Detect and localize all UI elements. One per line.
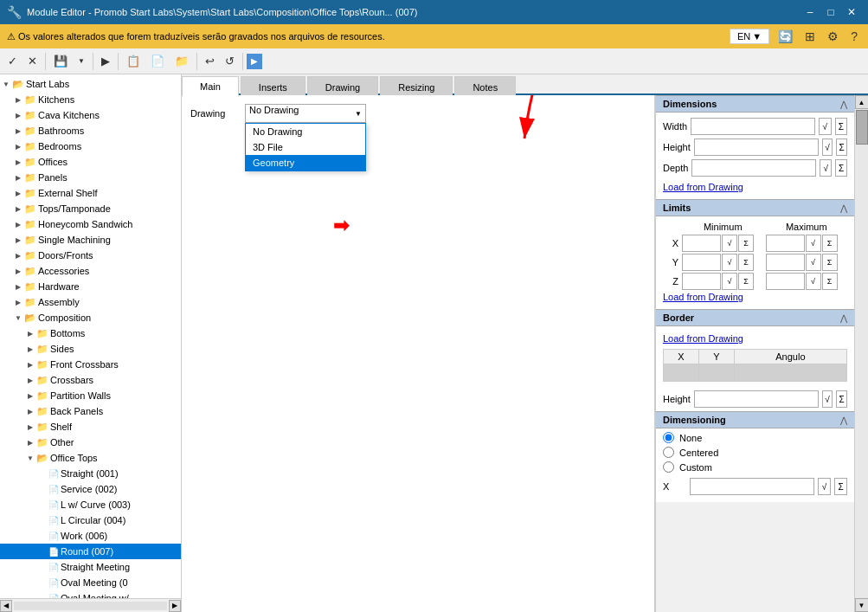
tree-toggle-external-shelf[interactable]: ▶ [12, 187, 24, 199]
dimensioning-section-header[interactable]: Dimensioning ⋀ [656, 411, 854, 428]
tree-toggle-single-machining[interactable]: ▶ [12, 234, 24, 246]
limits-x-min-input[interactable] [682, 235, 721, 252]
height-input[interactable] [694, 139, 819, 156]
limits-z-min-sqrt[interactable]: √ [722, 273, 737, 290]
dimensioning-x-sigma[interactable]: Σ [834, 478, 847, 495]
tree-item-service-002[interactable]: 📄Service (002) [0, 481, 181, 497]
toolbar-save-arrow[interactable]: ▼ [74, 51, 89, 72]
depth-input[interactable] [691, 159, 816, 177]
toolbar-paste[interactable]: 📄 [146, 51, 169, 72]
tree-item-hardware[interactable]: ▶📁Hardware [0, 279, 181, 294]
drawing-dropdown[interactable]: No Drawing 3D File Geometry [245, 123, 366, 171]
width-sqrt-btn[interactable]: √ [819, 118, 831, 135]
tree-item-work-006[interactable]: 📄Work (006) [0, 528, 181, 544]
depth-sqrt-btn[interactable]: √ [820, 159, 832, 177]
tree-item-bathrooms[interactable]: ▶📁Bathrooms [0, 123, 181, 139]
toolbar-copy[interactable]: 📋 [122, 51, 145, 72]
dimensions-section-header[interactable]: Dimensions ⋀ [656, 95, 854, 113]
tree-toggle-sides[interactable]: ▶ [24, 343, 36, 355]
close-button[interactable]: ✕ [842, 3, 861, 22]
border-height-sigma[interactable]: Σ [836, 390, 847, 408]
tree-toggle-offices[interactable]: ▶ [12, 156, 24, 168]
tree-item-cava-kitchens[interactable]: ▶📁Cava Kitchens [0, 107, 181, 123]
height-sqrt-btn[interactable]: √ [822, 139, 833, 156]
tab-inserts[interactable]: Inserts [241, 76, 305, 97]
border-height-input[interactable] [694, 390, 819, 408]
settings-button[interactable]: ⚙ [824, 28, 842, 45]
limits-z-min-sigma[interactable]: Σ [738, 273, 754, 290]
tree-item-start-labs[interactable]: ▼📂Start Labs [0, 76, 181, 92]
limits-x-max-sqrt[interactable]: √ [806, 235, 821, 252]
limits-x-min-sigma[interactable]: Σ [738, 235, 754, 252]
limits-y-max-sqrt[interactable]: √ [806, 254, 821, 271]
border-section-header[interactable]: Border ⋀ [656, 309, 854, 326]
tree-toggle-composition[interactable]: ▼ [12, 312, 24, 324]
toolbar-save[interactable]: 💾 [49, 51, 72, 72]
tree-item-office-tops[interactable]: ▼📂Office Tops [0, 450, 181, 466]
tree-item-composition[interactable]: ▼📂Composition [0, 310, 181, 325]
maximize-button[interactable]: □ [821, 3, 840, 22]
toolbar-nav[interactable]: ▶ [247, 54, 262, 69]
limits-z-min-input[interactable] [682, 273, 721, 290]
tree-toggle-hardware[interactable]: ▶ [12, 280, 24, 293]
dropdown-3d-file[interactable]: 3D File [246, 139, 365, 155]
tree-item-offices[interactable]: ▶📁Offices [0, 154, 181, 170]
depth-sigma-btn[interactable]: Σ [835, 159, 847, 177]
tree-item-round-007[interactable]: 📄Round (007) [0, 544, 181, 559]
limits-z-max-sqrt[interactable]: √ [806, 273, 821, 290]
width-sigma-btn[interactable]: Σ [835, 118, 847, 135]
toolbar-run[interactable]: ▶ [97, 51, 114, 72]
toolbar-redo[interactable]: ↺ [221, 51, 239, 72]
tree-item-partition-walls[interactable]: ▶📁Partition Walls [0, 388, 181, 403]
tree-toggle-other[interactable]: ▶ [24, 436, 36, 448]
tree-toggle-office-tops[interactable]: ▼ [24, 452, 36, 464]
tree-item-straight-meeting[interactable]: 📄Straight Meeting [0, 559, 181, 575]
limits-x-max-input[interactable] [766, 235, 805, 252]
limits-y-max-sigma[interactable]: Σ [822, 254, 838, 271]
tree-toggle-bathrooms[interactable]: ▶ [12, 125, 24, 137]
tree-item-bottoms[interactable]: ▶📁Bottoms [0, 325, 181, 341]
tab-drawing[interactable]: Drawing [307, 76, 378, 97]
tree-toggle-accessories[interactable]: ▶ [12, 265, 24, 277]
tree-container[interactable]: ▼📂Start Labs▶📁Kitchens▶📁Cava Kitchens▶📁B… [0, 74, 181, 598]
tree-item-other[interactable]: ▶📁Other [0, 435, 181, 450]
right-scrollbar[interactable]: ▲ ▼ [854, 95, 868, 612]
tree-item-oval-meeting-0[interactable]: 📄Oval Meeting (0 [0, 575, 181, 590]
tree-item-panels[interactable]: ▶📁Panels [0, 170, 181, 185]
dimensioning-x-input[interactable] [690, 478, 814, 495]
tree-toggle-cava-kitchens[interactable]: ▶ [12, 109, 24, 121]
tree-toggle-tops-tamponade[interactable]: ▶ [12, 203, 24, 215]
toolbar-cancel[interactable]: ✕ [23, 51, 42, 72]
limits-section-header[interactable]: Limits ⋀ [656, 199, 854, 216]
dropdown-no-drawing[interactable]: No Drawing [246, 124, 365, 139]
tree-item-honeycomb-sandwich[interactable]: ▶📁Honeycomb Sandwich [0, 216, 181, 232]
tab-notes[interactable]: Notes [454, 76, 516, 97]
tree-item-crossbars[interactable]: ▶📁Crossbars [0, 372, 181, 388]
radio-none[interactable] [663, 432, 674, 443]
limits-z-max-sigma[interactable]: Σ [822, 273, 838, 290]
tree-toggle-kitchens[interactable]: ▶ [12, 93, 24, 106]
tree-item-l-curve-003[interactable]: 📄L w/ Curve (003) [0, 497, 181, 512]
scroll-right-button[interactable]: ▶ [169, 600, 181, 612]
tree-item-front-crossbars[interactable]: ▶📁Front Crossbars [0, 357, 181, 372]
tree-item-oval-meeting-w[interactable]: 📄Oval Meeting w/ [0, 590, 181, 598]
tree-toggle-front-crossbars[interactable]: ▶ [24, 358, 36, 370]
grid-button[interactable]: ⊞ [801, 28, 819, 45]
border-height-sqrt[interactable]: √ [822, 390, 833, 408]
tree-item-accessories[interactable]: ▶📁Accessories [0, 263, 181, 279]
tab-main[interactable]: Main [182, 76, 239, 97]
tree-item-l-circular-004[interactable]: 📄L Circular (004) [0, 512, 181, 528]
width-input[interactable] [691, 118, 815, 135]
limits-load-from-drawing[interactable]: Load from Drawing [663, 290, 847, 304]
tree-item-straight-001[interactable]: 📄Straight (001) [0, 466, 181, 481]
scroll-up-button[interactable]: ▲ [855, 95, 869, 109]
limits-y-min-sqrt[interactable]: √ [722, 254, 737, 271]
toolbar-open[interactable]: 📁 [170, 51, 193, 72]
drawing-select[interactable]: No Drawing ▼ [245, 104, 366, 123]
limits-z-max-input[interactable] [766, 273, 805, 290]
scroll-left-button[interactable]: ◀ [0, 600, 12, 612]
tree-toggle-crossbars[interactable]: ▶ [24, 374, 36, 386]
dimensions-load-from-drawing[interactable]: Load from Drawing [663, 180, 847, 194]
limits-x-max-sigma[interactable]: Σ [822, 235, 838, 252]
height-sigma-btn[interactable]: Σ [836, 139, 847, 156]
